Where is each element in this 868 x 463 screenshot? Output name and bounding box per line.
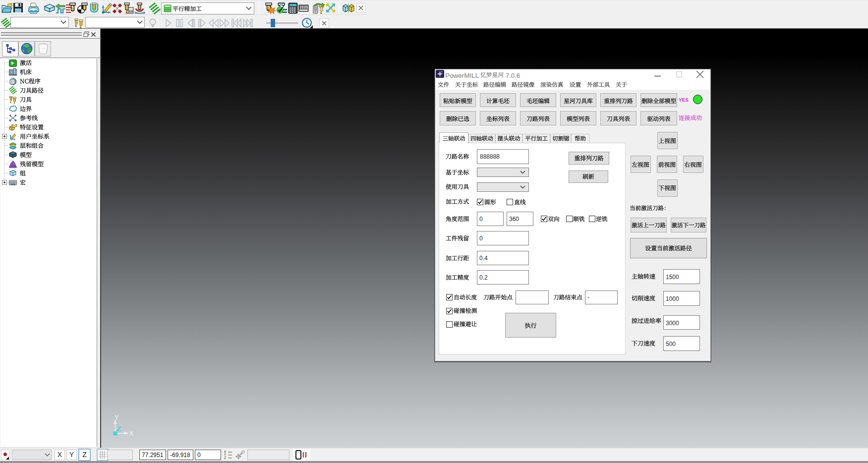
svg-text:Y: Y (115, 414, 119, 421)
svg-text:Z: Z (224, 457, 226, 460)
svg-text:Z: Z (116, 425, 121, 433)
svg-text:X: X (129, 430, 134, 437)
